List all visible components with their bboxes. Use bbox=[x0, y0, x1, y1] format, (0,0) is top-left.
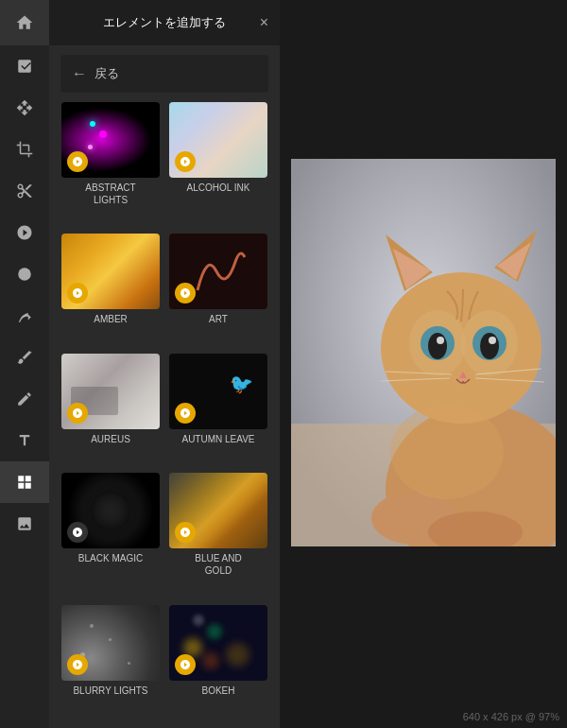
list-item[interactable]: AMBER bbox=[60, 234, 161, 345]
back-arrow-icon: ← bbox=[72, 65, 87, 82]
list-item[interactable]: BOKEH bbox=[168, 605, 268, 717]
item-label: ART bbox=[209, 313, 228, 325]
item-badge bbox=[175, 151, 196, 172]
toolbar-item-pen[interactable] bbox=[0, 378, 49, 420]
item-thumbnail bbox=[61, 605, 160, 681]
toolbar-item-adjust[interactable] bbox=[0, 212, 49, 253]
item-thumbnail bbox=[169, 102, 267, 178]
home-button[interactable] bbox=[0, 0, 49, 45]
item-badge bbox=[67, 522, 88, 543]
list-item[interactable]: AUREUS bbox=[60, 354, 161, 465]
list-item[interactable]: ART bbox=[168, 234, 268, 345]
list-item[interactable]: BLUE ANDGOLD bbox=[168, 473, 268, 597]
item-thumbnail bbox=[169, 234, 267, 309]
elements-grid: ABSTRACTLIGHTS ALCOHOL INK AMBER bbox=[49, 102, 280, 728]
item-thumbnail bbox=[61, 102, 160, 178]
toolbar-item-cut[interactable] bbox=[0, 170, 49, 212]
svg-point-14 bbox=[428, 333, 447, 359]
item-badge bbox=[67, 151, 88, 172]
item-badge bbox=[175, 403, 196, 424]
item-badge bbox=[67, 403, 88, 424]
status-bar: 640 x 426 px @ 97% bbox=[280, 705, 567, 728]
toolbar-item-move[interactable] bbox=[0, 87, 49, 129]
item-badge bbox=[175, 654, 196, 675]
toolbar-item-crop[interactable] bbox=[0, 129, 49, 170]
item-label: AUREUS bbox=[91, 433, 130, 445]
item-thumbnail bbox=[61, 354, 160, 429]
item-thumbnail bbox=[61, 473, 160, 548]
back-label: 戻る bbox=[94, 65, 119, 82]
home-icon bbox=[15, 13, 34, 32]
item-label: BLUE ANDGOLD bbox=[195, 552, 241, 577]
panel-title: エレメントを追加する bbox=[103, 14, 226, 31]
svg-point-0 bbox=[18, 268, 31, 281]
back-button[interactable]: ← 戻る bbox=[60, 55, 268, 93]
item-thumbnail bbox=[169, 473, 267, 548]
toolbar-item-transform[interactable] bbox=[0, 45, 49, 87]
panel-header: エレメントを追加する × bbox=[49, 0, 280, 45]
item-label: BOKEH bbox=[201, 685, 234, 697]
canvas-status: 640 x 426 px @ 97% bbox=[463, 711, 559, 722]
item-badge bbox=[175, 283, 196, 303]
toolbar-item-elements[interactable] bbox=[0, 461, 49, 503]
item-thumbnail bbox=[61, 234, 160, 309]
list-item[interactable]: BLURRY LIGHTS bbox=[60, 605, 161, 717]
svg-point-16 bbox=[437, 337, 444, 344]
svg-point-15 bbox=[480, 333, 499, 359]
item-thumbnail: 🐦 bbox=[169, 354, 267, 429]
list-item[interactable]: BLACK MAGIC bbox=[60, 473, 161, 597]
list-item[interactable]: ALCOHOL INK bbox=[168, 102, 268, 226]
item-badge bbox=[67, 654, 88, 675]
elements-panel: エレメントを追加する × ← 戻る ABSTRACTLIGHTS bbox=[49, 0, 280, 728]
item-badge bbox=[67, 283, 88, 303]
toolbar bbox=[0, 0, 49, 728]
list-item[interactable]: 🐦 AUTUMN LEAVE bbox=[168, 354, 268, 465]
svg-point-17 bbox=[489, 337, 496, 344]
item-thumbnail bbox=[169, 605, 267, 681]
kitten-svg bbox=[291, 159, 556, 546]
canvas-image bbox=[291, 159, 556, 546]
main-canvas-area: 640 x 426 px @ 97% bbox=[280, 0, 567, 728]
toolbar-item-text[interactable] bbox=[0, 420, 49, 461]
toolbar-item-brush[interactable] bbox=[0, 337, 49, 378]
toolbar-item-filter[interactable] bbox=[0, 253, 49, 295]
toolbar-item-wave[interactable] bbox=[0, 295, 49, 337]
item-label: AMBER bbox=[94, 313, 128, 325]
list-item[interactable]: ABSTRACTLIGHTS bbox=[60, 102, 161, 226]
item-label: ALCOHOL INK bbox=[187, 182, 250, 194]
panel-close-button[interactable]: × bbox=[260, 14, 268, 31]
svg-point-25 bbox=[390, 405, 504, 499]
item-label: BLURRY LIGHTS bbox=[73, 685, 147, 697]
item-label: BLACK MAGIC bbox=[78, 552, 143, 564]
canvas-container bbox=[280, 0, 567, 705]
item-label: ABSTRACTLIGHTS bbox=[85, 182, 135, 206]
toolbar-item-photos[interactable] bbox=[0, 503, 49, 545]
item-label: AUTUMN LEAVE bbox=[181, 433, 254, 445]
